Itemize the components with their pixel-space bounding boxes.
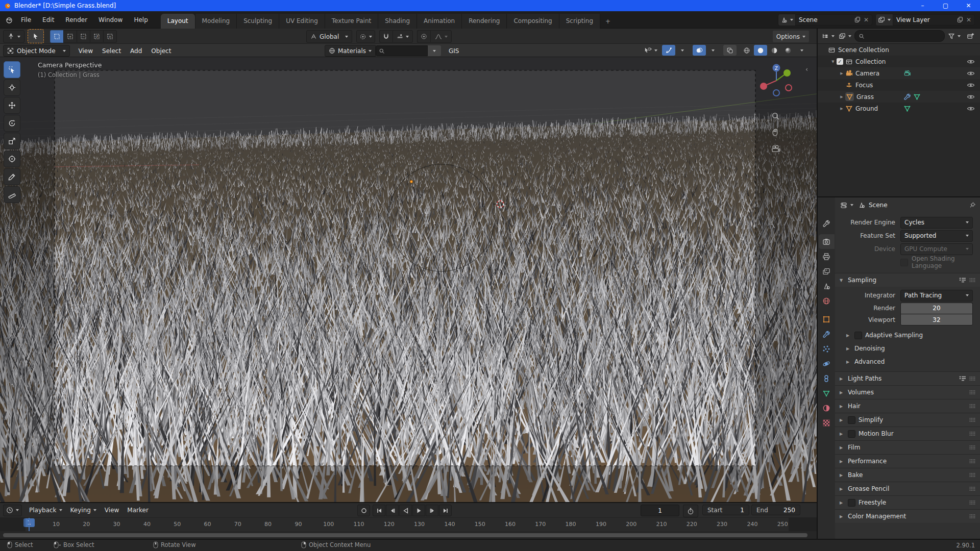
new-view-layer-icon[interactable] <box>957 16 963 23</box>
panel-motion-blur-header[interactable]: ▶Motion Blur <box>835 427 980 440</box>
timeline-menu-marker[interactable]: Marker <box>123 505 152 516</box>
panel-performance-header[interactable]: ▶Performance <box>835 455 980 468</box>
transform-orientation-dropdown[interactable]: Global <box>306 30 352 43</box>
properties-tab-render[interactable] <box>819 234 835 249</box>
maximize-button[interactable]: ▢ <box>934 0 957 11</box>
options-dropdown[interactable]: Options <box>772 30 810 43</box>
tool-rotate[interactable] <box>4 115 20 132</box>
properties-tab-modifiers[interactable] <box>819 327 835 341</box>
select-mode-extend[interactable]: + <box>63 30 77 43</box>
motion-blur-checkbox[interactable] <box>848 430 855 438</box>
object-visibility-dropdown[interactable] <box>643 45 658 56</box>
shading-rendered-button[interactable] <box>781 45 795 56</box>
hide-in-viewport-toggle[interactable] <box>967 81 975 89</box>
playback-record-button[interactable] <box>357 505 370 516</box>
3d-viewport[interactable]: Camera Perspective (1) Collection | Gras… <box>0 57 817 502</box>
playback-jump-end-button[interactable] <box>439 505 452 516</box>
show-gizmo-toggle[interactable] <box>662 45 675 56</box>
expander-icon[interactable]: ▶ <box>838 71 845 76</box>
outliner-display-mode-dropdown[interactable] <box>821 31 836 41</box>
hide-in-viewport-toggle[interactable] <box>967 105 975 113</box>
drag-grip-icon[interactable] <box>969 486 975 491</box>
drag-grip-icon[interactable] <box>969 472 975 478</box>
select-mode-set[interactable] <box>50 30 63 43</box>
expander-icon[interactable]: ▼ <box>829 60 837 64</box>
outliner-row-focus[interactable]: Focus <box>818 79 980 91</box>
playback-play-button[interactable] <box>412 505 425 516</box>
modifier-icon[interactable] <box>903 93 911 101</box>
new-scene-icon[interactable] <box>854 16 861 23</box>
menu-render[interactable]: Render <box>60 14 93 26</box>
active-tool-button[interactable] <box>28 29 44 43</box>
close-button[interactable]: ✕ <box>957 0 980 11</box>
playback-play-reverse-button[interactable] <box>399 505 412 516</box>
viewport-scene[interactable] <box>0 57 817 502</box>
properties-tab-data[interactable] <box>819 386 835 400</box>
outliner-row-scene-collection[interactable]: Scene Collection <box>818 44 980 56</box>
material-slot-dropdown[interactable]: Materials <box>325 45 376 57</box>
panel-light-paths-header[interactable]: ▶Light Paths <box>835 372 980 385</box>
viewport-menu-select[interactable]: Select <box>97 45 126 57</box>
proportional-falloff-dropdown[interactable] <box>430 30 452 43</box>
select-mode-subtract[interactable]: − <box>77 30 90 43</box>
timeline-ruler[interactable]: 1 10203040506070809010011012013014015016… <box>0 517 817 531</box>
properties-tab-texture[interactable] <box>819 415 835 430</box>
playback-next-keyframe-button[interactable] <box>426 505 438 516</box>
frame-end-field[interactable]: End 250 <box>751 505 800 515</box>
subpanel-denoising[interactable]: ▶Denoising <box>835 342 973 355</box>
properties-tab-output[interactable] <box>819 249 835 264</box>
minimize-button[interactable]: – <box>911 0 934 11</box>
workspace-tab-shading[interactable]: Shading <box>378 14 417 29</box>
outliner-row-ground[interactable]: ▶ Ground <box>818 103 980 114</box>
navigation-gizmo[interactable]: Z <box>757 61 796 100</box>
drag-grip-icon[interactable] <box>969 278 975 283</box>
zoom-view-button[interactable] <box>768 108 783 123</box>
subpanel-adaptive-sampling[interactable]: ▶Adaptive Sampling <box>835 329 973 342</box>
render-engine-dropdown[interactable]: Cycles <box>900 217 973 229</box>
tool-scale[interactable] <box>4 133 20 149</box>
shading-options-dropdown[interactable] <box>795 45 808 56</box>
hide-in-viewport-toggle[interactable] <box>967 93 975 101</box>
outliner-row-grass[interactable]: ▶ Grass <box>818 91 980 103</box>
snap-settings-dropdown[interactable] <box>393 30 413 43</box>
panel-freestyle-header[interactable]: ▶Freestyle <box>835 496 980 509</box>
search-input[interactable] <box>387 47 430 55</box>
search-options-dropdown[interactable] <box>428 45 441 56</box>
scene-name-field[interactable]: Scene ✕ <box>796 14 872 26</box>
mesh-data-icon[interactable] <box>903 105 911 112</box>
tool-annotate[interactable] <box>4 168 20 185</box>
drag-grip-icon[interactable] <box>969 390 975 395</box>
panel-volumes-header[interactable]: ▶Volumes <box>835 386 980 399</box>
shading-solid-button[interactable] <box>754 45 767 56</box>
drag-grip-icon[interactable] <box>969 404 975 409</box>
current-frame-field[interactable]: 1 <box>641 505 679 516</box>
tool-transform[interactable] <box>4 151 20 167</box>
scene-browse-button[interactable] <box>778 14 796 26</box>
device-dropdown[interactable]: GPU Compute <box>900 243 973 255</box>
adaptive-sampling-checkbox[interactable] <box>854 332 862 339</box>
drag-grip-icon[interactable] <box>969 376 975 381</box>
shading-material-button[interactable] <box>768 45 781 56</box>
gizmo-options-dropdown[interactable] <box>676 45 689 56</box>
tool-cursor[interactable] <box>4 79 20 96</box>
workspace-tab-modeling[interactable]: Modeling <box>195 14 237 29</box>
app-menu-icon[interactable] <box>5 16 13 24</box>
add-workspace-button[interactable]: + <box>600 14 616 29</box>
timeline-editor-type-button[interactable] <box>3 505 22 516</box>
menu-window[interactable]: Window <box>93 14 128 26</box>
viewport-menu-add[interactable]: Add <box>126 45 146 57</box>
pivot-point-dropdown[interactable] <box>356 30 375 43</box>
freestyle-checkbox[interactable] <box>848 499 855 507</box>
menu-edit[interactable]: Edit <box>37 14 60 26</box>
drag-grip-icon[interactable] <box>969 459 975 464</box>
integrator-dropdown[interactable]: Path Tracing <box>900 290 973 302</box>
workspace-tab-texture-paint[interactable]: Texture Paint <box>325 14 378 29</box>
shading-wireframe-button[interactable] <box>740 45 753 56</box>
workspace-tab-uv-editing[interactable]: UV Editing <box>279 14 325 29</box>
hide-in-viewport-toggle[interactable] <box>967 58 975 66</box>
workspace-tab-rendering[interactable]: Rendering <box>462 14 507 29</box>
outliner-row-camera[interactable]: ▶ Camera <box>818 67 980 79</box>
subpanel-advanced[interactable]: ▶Advanced <box>835 355 973 368</box>
menu-file[interactable]: File <box>15 14 37 26</box>
hide-in-viewport-toggle[interactable] <box>967 69 975 78</box>
